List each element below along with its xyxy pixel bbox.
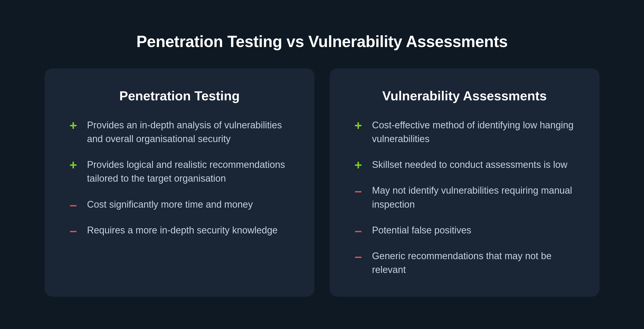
plus-icon: + (67, 119, 80, 132)
list-item: +Provides an in-depth analysis of vulner… (67, 118, 292, 146)
item-text: Potential false positives (372, 223, 471, 237)
list-item: +Skillset needed to conduct assessments … (352, 158, 577, 172)
list-item: –May not identify vulnerabilities requir… (352, 184, 577, 211)
card-title-pen-testing: Penetration Testing (67, 88, 292, 103)
page-title: Penetration Testing vs Vulnerability Ass… (136, 32, 508, 51)
item-list-pen-testing: +Provides an in-depth analysis of vulner… (67, 118, 292, 237)
cards-container: Penetration Testing+Provides an in-depth… (22, 68, 622, 297)
item-text: May not identify vulnerabilities requiri… (372, 184, 577, 211)
list-item: +Provides logical and realistic recommen… (67, 158, 292, 185)
list-item: –Generic recommendations that may not be… (352, 249, 577, 277)
list-item: –Cost significantly more time and money (67, 198, 292, 211)
list-item: –Requires a more in-depth security knowl… (67, 223, 292, 237)
item-text: Generic recommendations that may not be … (372, 249, 577, 277)
minus-icon: – (352, 224, 364, 237)
plus-icon: + (352, 119, 364, 132)
item-text: Cost-effective method of identifying low… (372, 118, 577, 146)
minus-icon: – (67, 198, 80, 211)
minus-icon: – (352, 250, 364, 263)
item-text: Provides an in-depth analysis of vulnera… (87, 118, 292, 146)
item-list-vuln-assessments: +Cost-effective method of identifying lo… (352, 118, 577, 277)
item-text: Requires a more in-depth security knowle… (87, 223, 278, 237)
plus-icon: + (352, 158, 364, 171)
item-text: Skillset needed to conduct assessments i… (372, 158, 568, 172)
list-item: –Potential false positives (352, 223, 577, 237)
minus-icon: – (352, 184, 364, 197)
minus-icon: – (67, 224, 80, 237)
card-vuln-assessments: Vulnerability Assessments+Cost-effective… (330, 68, 600, 297)
item-text: Cost significantly more time and money (87, 198, 253, 211)
item-text: Provides logical and realistic recommend… (87, 158, 292, 185)
card-title-vuln-assessments: Vulnerability Assessments (352, 88, 577, 103)
card-pen-testing: Penetration Testing+Provides an in-depth… (44, 68, 314, 297)
page-container: Penetration Testing vs Vulnerability Ass… (22, 32, 622, 297)
plus-icon: + (67, 158, 80, 171)
list-item: +Cost-effective method of identifying lo… (352, 118, 577, 146)
